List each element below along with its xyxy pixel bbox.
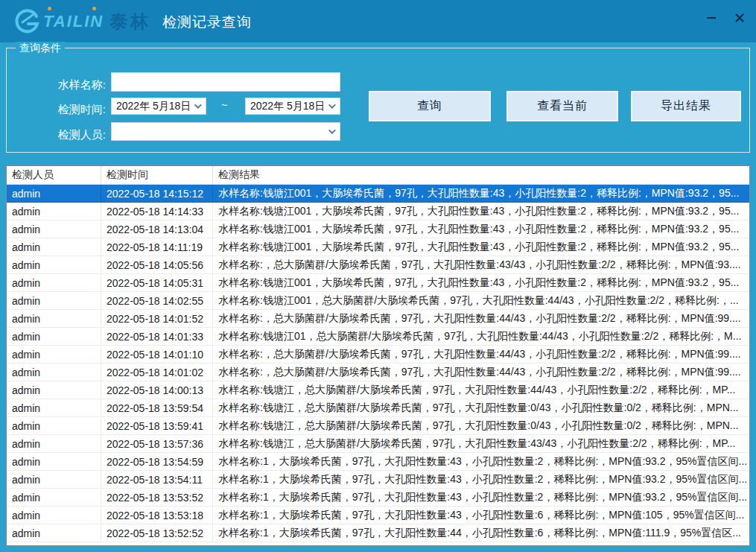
cell-operator: admin — [7, 524, 101, 542]
cell-time: 2022-05-18 14:05:56 — [101, 256, 213, 273]
chevron-down-icon — [328, 101, 336, 109]
sample-name-input[interactable] — [111, 72, 340, 92]
table-row[interactable]: admin 2022-05-18 13:59:54 水样名称:钱塘江，总大肠菌群… — [7, 399, 749, 417]
cell-time: 2022-05-18 14:01:02 — [101, 364, 213, 381]
cell-operator: admin — [7, 489, 101, 506]
cell-result: 水样名称:，总大肠菌群/大肠埃希氏菌，97孔，大孔阳性数量:44/43，小孔阳性… — [213, 364, 749, 381]
brand-text-cn: 泰林 — [109, 10, 151, 34]
cell-time: 2022-05-18 13:59:41 — [101, 417, 213, 434]
table-row[interactable]: admin 2022-05-18 14:14:33 水样名称:钱塘江001，大肠… — [7, 203, 749, 221]
chevron-down-icon — [328, 127, 336, 134]
table-row[interactable]: admin 2022-05-18 13:57:36 水样名称:钱塘江，总大肠菌群… — [7, 435, 749, 453]
cell-operator: admin — [7, 435, 101, 452]
cell-result: 水样名称:1，大肠埃希氏菌，97孔，大孔阳性数量:43，小孔阳性数量:2，稀释比… — [213, 489, 749, 506]
cell-operator: admin — [7, 471, 101, 488]
cell-time: 2022-05-18 13:52:52 — [101, 524, 213, 542]
cell-result: 水样名称:钱塘江，总大肠菌群/大肠埃希氏菌，97孔，大孔阳性数量:44/43，小… — [213, 381, 749, 399]
query-conditions-panel: 查询条件 水样名称: 检测时间: 2022年 5月18日 ~ 2022年 5月1… — [6, 48, 750, 153]
export-results-button[interactable]: 导出结果 — [631, 91, 741, 121]
cell-time: 2022-05-18 14:00:13 — [101, 381, 213, 399]
table-row[interactable]: admin 2022-05-18 14:13:04 水样名称:钱塘江001，大肠… — [7, 221, 749, 238]
table-body: admin 2022-05-18 14:15:12 水样名称:钱塘江001，大肠… — [7, 185, 749, 542]
cell-result: 水样名称:，总大肠菌群/大肠埃希氏菌，97孔，大孔阳性数量:44/43，小孔阳性… — [213, 310, 749, 327]
date-to-value: 2022年 5月18日 — [250, 100, 325, 113]
cell-result: 水样名称:1，大肠埃希氏菌，97孔，大孔阳性数量:43，小孔阳性数量:2，稀释比… — [213, 453, 749, 470]
table-row[interactable]: admin 2022-05-18 14:05:56 水样名称:，总大肠菌群/大肠… — [7, 256, 749, 274]
brand-dot-icon — [48, 7, 51, 10]
column-header-operator[interactable]: 检测人员 — [7, 166, 101, 184]
cell-time: 2022-05-18 14:01:52 — [101, 310, 213, 327]
cell-result: 水样名称:钱塘江，总大肠菌群/大肠埃希氏菌，97孔，大孔阳性数量:0/43，小孔… — [213, 417, 749, 434]
date-to-picker[interactable]: 2022年 5月18日 — [245, 98, 340, 115]
minimize-icon — [707, 17, 716, 19]
minimize-button[interactable] — [704, 10, 719, 25]
view-current-button[interactable]: 查看当前 — [506, 91, 618, 121]
table-row[interactable]: admin 2022-05-18 14:02:55 水样名称:钱塘江001，总大… — [7, 292, 749, 310]
cell-operator: admin — [7, 364, 101, 381]
cell-operator: admin — [7, 221, 101, 238]
logo-g-icon — [13, 9, 40, 34]
logo: TAILIN 泰林 — [13, 7, 151, 36]
table-row[interactable]: admin 2022-05-18 14:01:10 水样名称:，总大肠菌群/大肠… — [7, 346, 749, 364]
cell-time: 2022-05-18 13:54:59 — [101, 453, 213, 470]
close-button[interactable] — [732, 10, 747, 25]
cell-time: 2022-05-18 14:11:19 — [101, 238, 213, 256]
table-row[interactable]: admin 2022-05-18 13:52:52 水样名称:1，大肠埃希氏菌，… — [7, 524, 749, 542]
cell-time: 2022-05-18 14:15:12 — [101, 185, 213, 202]
cell-time: 2022-05-18 14:01:10 — [101, 346, 213, 363]
cell-operator: admin — [7, 238, 101, 256]
table-row[interactable]: admin 2022-05-18 13:53:18 水样名称:1，大肠埃希氏菌，… — [7, 507, 749, 524]
cell-time: 2022-05-18 14:13:04 — [101, 221, 213, 238]
query-panel-title: 查询条件 — [16, 42, 65, 55]
cell-operator: admin — [7, 399, 101, 416]
cell-time: 2022-05-18 14:14:33 — [101, 203, 213, 220]
cell-operator: admin — [7, 417, 101, 434]
date-from-picker[interactable]: 2022年 5月18日 — [111, 98, 206, 115]
operator-label: 检测人员: — [46, 128, 106, 142]
window-controls — [704, 10, 747, 25]
cell-result: 水样名称:钱塘江01，总大肠菌群/大肠埃希氏菌，97孔，大孔阳性数量:44/43… — [213, 328, 749, 345]
cell-result: 水样名称:钱塘江，总大肠菌群/大肠埃希氏菌，97孔，大孔阳性数量:43/43，小… — [213, 435, 749, 452]
cell-result: 水样名称:钱塘江001，大肠埃希氏菌，97孔，大孔阳性数量:43，小孔阳性数量:… — [213, 185, 749, 202]
cell-result: 水样名称:钱塘江，总大肠菌群/大肠埃希氏菌，97孔，大孔阳性数量:0/43，小孔… — [213, 399, 749, 416]
brand-text: TAILIN — [43, 12, 104, 31]
cell-result: 水样名称:1，大肠埃希氏菌，97孔，大孔阳性数量:43，小孔阳性数量:2，稀释比… — [213, 471, 749, 488]
table-row[interactable]: admin 2022-05-18 14:15:12 水样名称:钱塘江001，大肠… — [7, 185, 749, 203]
sample-name-label: 水样名称: — [46, 78, 106, 92]
cell-operator: admin — [7, 274, 101, 291]
cell-time: 2022-05-18 13:57:36 — [101, 435, 213, 452]
cell-time: 2022-05-18 14:02:55 — [101, 292, 213, 309]
table-row[interactable]: admin 2022-05-18 13:54:59 水样名称:1，大肠埃希氏菌，… — [7, 453, 749, 471]
cell-result: 水样名称:，总大肠菌群/大肠埃希氏菌，97孔，大孔阳性数量:44/43，小孔阳性… — [213, 346, 749, 363]
table-row[interactable]: admin 2022-05-18 14:00:13 水样名称:钱塘江，总大肠菌群… — [7, 381, 749, 399]
column-header-result[interactable]: 检测结果 — [213, 166, 749, 184]
cell-operator: admin — [7, 203, 101, 220]
cell-time: 2022-05-18 13:59:54 — [101, 399, 213, 416]
cell-result: 水样名称:钱塘江001，大肠埃希氏菌，97孔，大孔阳性数量:43，小孔阳性数量:… — [213, 203, 749, 220]
detect-time-label: 检测时间: — [46, 103, 106, 117]
column-header-time[interactable]: 检测时间 — [101, 166, 213, 184]
date-range-separator: ~ — [221, 99, 227, 111]
cell-result: 水样名称:钱塘江001，大肠埃希氏菌，97孔，大孔阳性数量:43，小孔阳性数量:… — [213, 221, 749, 238]
app-window: TAILIN 泰林 检测记录查询 查询条件 水样名称: 检测时间: 2022年 … — [0, 0, 756, 552]
table-header: 检测人员 检测时间 检测结果 — [7, 166, 749, 185]
cell-result: 水样名称:1，大肠埃希氏菌，97孔，大孔阳性数量:44，小孔阳性数量:6，稀释比… — [213, 524, 749, 542]
cell-operator: admin — [7, 185, 101, 202]
table-row[interactable]: admin 2022-05-18 14:11:19 水样名称:钱塘江001，大肠… — [7, 238, 749, 256]
table-row[interactable]: admin 2022-05-18 13:59:41 水样名称:钱塘江，总大肠菌群… — [7, 417, 749, 435]
date-from-value: 2022年 5月18日 — [116, 100, 191, 113]
table-row[interactable]: admin 2022-05-18 14:05:31 水样名称:钱塘江001，大肠… — [7, 274, 749, 292]
table-row[interactable]: admin 2022-05-18 14:01:02 水样名称:，总大肠菌群/大肠… — [7, 364, 749, 381]
query-button[interactable]: 查询 — [369, 91, 491, 121]
table-row[interactable]: admin 2022-05-18 13:53:52 水样名称:1，大肠埃希氏菌，… — [7, 489, 749, 507]
table-row[interactable]: admin 2022-05-18 13:54:11 水样名称:1，大肠埃希氏菌，… — [7, 471, 749, 489]
cell-operator: admin — [7, 310, 101, 327]
results-table: 检测人员 检测时间 检测结果 admin 2022-05-18 14:15:12… — [6, 165, 750, 546]
table-row[interactable]: admin 2022-05-18 14:01:52 水样名称:，总大肠菌群/大肠… — [7, 310, 749, 328]
cell-operator: admin — [7, 328, 101, 345]
table-row[interactable]: admin 2022-05-18 14:01:33 水样名称:钱塘江01，总大肠… — [7, 328, 749, 346]
cell-operator: admin — [7, 507, 101, 524]
cell-operator: admin — [7, 453, 101, 470]
chevron-down-icon — [194, 101, 202, 109]
operator-select[interactable] — [111, 122, 340, 141]
